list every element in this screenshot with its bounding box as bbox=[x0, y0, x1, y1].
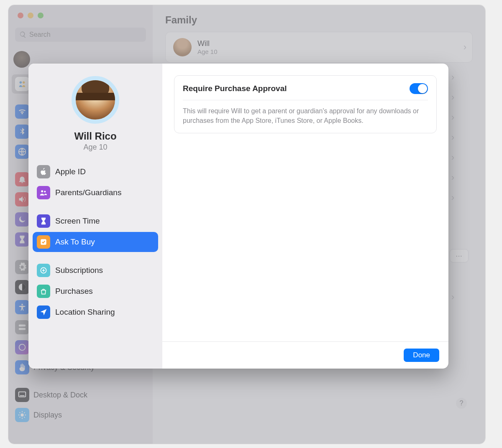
nav-label: Screen Time bbox=[55, 216, 100, 226]
apple-icon bbox=[39, 168, 48, 176]
svg-point-12 bbox=[44, 191, 46, 192]
plus-circle-icon bbox=[39, 266, 48, 275]
sheet-footer: Done bbox=[162, 341, 448, 369]
nav-item-subscriptions[interactable]: Subscriptions bbox=[33, 260, 158, 280]
people-icon bbox=[39, 188, 48, 197]
nav-label: Apple ID bbox=[55, 167, 86, 176]
nav-item-apple-id[interactable]: Apple ID bbox=[33, 162, 158, 182]
hourglass-icon bbox=[39, 217, 48, 225]
badge-check-icon bbox=[39, 238, 48, 246]
ask-to-buy-sheet: Will Rico Age 10 Apple ID Parents/Guardi… bbox=[28, 64, 448, 369]
profile-age: Age 10 bbox=[83, 143, 107, 152]
profile-name: Will Rico bbox=[74, 130, 116, 142]
nav-label: Location Sharing bbox=[55, 308, 115, 317]
setting-card: Require Purchase Approval This will requ… bbox=[174, 75, 437, 133]
sheet-nav-list: Apple ID Parents/Guardians Screen Time A… bbox=[28, 162, 162, 323]
setting-description: This will require Will to get a parent o… bbox=[183, 106, 428, 125]
done-button[interactable]: Done bbox=[404, 349, 439, 362]
nav-item-purchases[interactable]: Purchases bbox=[33, 281, 158, 301]
nav-item-parents[interactable]: Parents/Guardians bbox=[33, 183, 158, 203]
nav-item-screen-time[interactable]: Screen Time bbox=[33, 211, 158, 231]
nav-label: Parents/Guardians bbox=[55, 188, 121, 197]
setting-title: Require Purchase Approval bbox=[183, 84, 287, 93]
nav-label: Subscriptions bbox=[55, 266, 103, 275]
nav-label: Ask To Buy bbox=[55, 237, 95, 247]
sheet-body: Require Purchase Approval This will requ… bbox=[162, 64, 448, 341]
profile-avatar bbox=[72, 76, 119, 124]
sheet-main: Require Purchase Approval This will requ… bbox=[162, 64, 448, 369]
nav-label: Purchases bbox=[55, 287, 93, 296]
location-icon bbox=[39, 308, 48, 316]
sheet-sidebar: Will Rico Age 10 Apple ID Parents/Guardi… bbox=[28, 64, 162, 369]
nav-item-location[interactable]: Location Sharing bbox=[33, 302, 158, 322]
divider bbox=[183, 100, 428, 100]
nav-item-ask-to-buy[interactable]: Ask To Buy bbox=[33, 232, 158, 252]
require-approval-toggle[interactable] bbox=[410, 83, 428, 94]
bag-icon bbox=[39, 287, 48, 295]
svg-point-11 bbox=[41, 190, 43, 192]
